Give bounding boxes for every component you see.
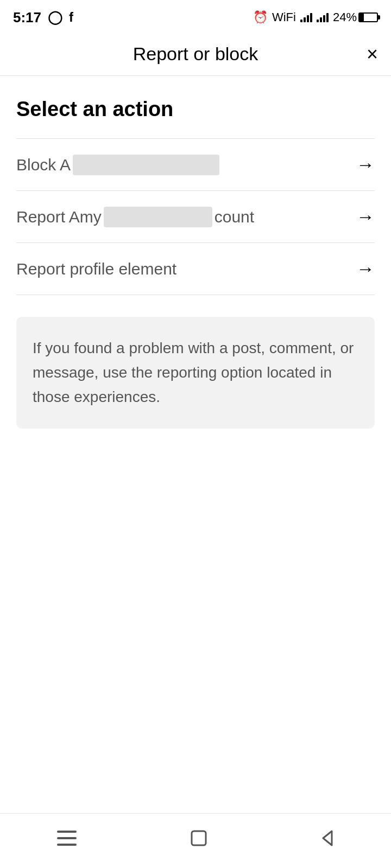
time-display: 5:17 [13,9,41,26]
signal-bars-2 [317,12,329,22]
info-text: If you found a problem with a post, comm… [33,336,358,409]
battery-percent: 24% [333,10,357,24]
report-account-left: Report Amy count [16,207,356,227]
home-icon [191,830,207,846]
menu-icon [57,831,77,846]
info-box: If you found a problem with a post, comm… [16,317,375,429]
block-arrow-icon: → [356,154,375,175]
modal-header: Report or block × [0,33,391,76]
report-profile-arrow-icon: → [356,258,375,279]
back-button[interactable] [310,825,345,852]
report-profile-label: Report profile element [16,260,176,278]
modal-title: Report or block [133,43,258,65]
block-redacted [73,155,219,175]
signal-bars-1 [300,12,312,22]
block-action-left: Block A [16,155,356,175]
report-account-arrow-icon: → [356,206,375,227]
wifi-icon: WiFi [272,10,296,24]
report-account-action-item[interactable]: Report Amy count → [16,191,375,243]
section-title: Select an action [16,98,375,121]
block-label-prefix: Block A [16,156,71,174]
battery-indicator: 24% [333,10,378,24]
alarm-icon: ⏰ [253,10,268,24]
svg-rect-0 [57,831,77,833]
bottom-navigation [0,813,391,868]
svg-rect-2 [57,844,77,846]
svg-rect-3 [192,831,206,845]
status-bar: 5:17 ◯ f ⏰ WiFi 24% [0,0,391,33]
block-action-item[interactable]: Block A → [16,138,375,191]
main-content: Select an action Block A → Report Amy co… [0,76,391,813]
svg-marker-4 [323,831,332,845]
instagram-icon: ◯ [48,10,62,25]
home-button[interactable] [180,825,218,852]
report-account-suffix: count [215,208,254,226]
status-left: 5:17 ◯ f [13,9,73,26]
menu-button[interactable] [46,825,87,851]
report-account-redacted [104,207,212,227]
svg-rect-1 [57,837,77,839]
report-profile-action-item[interactable]: Report profile element → [16,243,375,295]
battery-icon [358,12,378,22]
report-profile-left: Report profile element [16,260,356,278]
back-icon [321,830,334,846]
report-account-prefix: Report Amy [16,208,102,226]
status-right: ⏰ WiFi 24% [253,10,378,24]
facebook-icon: f [69,10,73,25]
close-button[interactable]: × [367,44,378,64]
